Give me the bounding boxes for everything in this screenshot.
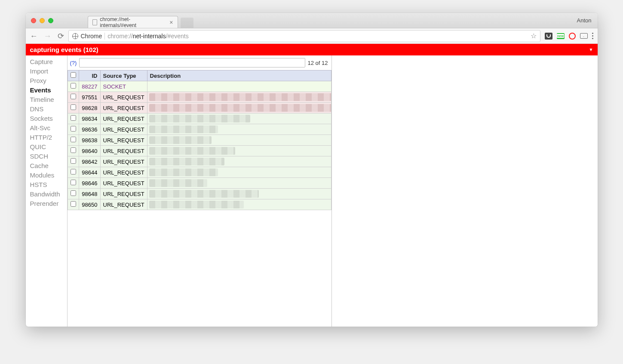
row-checkbox-cell <box>68 92 79 103</box>
maximize-window-button[interactable] <box>48 18 53 23</box>
redacted-description <box>149 115 250 122</box>
row-checkbox[interactable] <box>71 169 76 174</box>
table-row[interactable]: 97551URL_REQUEST <box>68 92 331 103</box>
row-checkbox[interactable] <box>71 201 76 207</box>
site-info-icon[interactable] <box>72 33 78 39</box>
table-row[interactable]: 98642URL_REQUEST <box>68 156 331 167</box>
sidebar-item-alt-svc[interactable]: Alt-Svc <box>30 123 67 133</box>
bookmark-star-icon[interactable]: ☆ <box>531 32 537 40</box>
row-checkbox[interactable] <box>71 104 76 110</box>
back-button[interactable]: ← <box>30 32 38 40</box>
browser-window: chrome://net-internals/#event × Anton ← … <box>26 13 598 327</box>
row-id: 88227 <box>79 81 100 92</box>
mail-extension-icon[interactable] <box>580 33 588 39</box>
sidebar-item-timeline[interactable]: Timeline <box>30 95 67 104</box>
row-source-type: URL_REQUEST <box>100 124 147 135</box>
table-row[interactable]: 98628URL_REQUEST <box>68 103 331 113</box>
filter-help-link[interactable]: (?) <box>70 60 77 66</box>
sidebar-item-events[interactable]: Events <box>30 86 67 95</box>
redacted-description <box>149 168 218 176</box>
row-checkbox-cell <box>68 103 79 113</box>
omnibox[interactable]: Chrome chrome://net-internals/#events ☆ <box>68 30 540 42</box>
sidebar-item-proxy[interactable]: Proxy <box>30 76 67 86</box>
sidebar-item-http-2[interactable]: HTTP/2 <box>30 133 67 142</box>
row-description <box>147 135 331 146</box>
table-row[interactable]: 98650URL_REQUEST <box>68 199 331 210</box>
row-source-type: URL_REQUEST <box>100 113 147 124</box>
sidebar-item-quic[interactable]: QUIC <box>30 142 67 152</box>
row-checkbox-cell <box>68 113 79 124</box>
sidebar-item-capture[interactable]: Capture <box>30 57 67 67</box>
toolbar: ← → ⟳ Chrome chrome://net-internals/#eve… <box>26 28 598 44</box>
row-source-type: URL_REQUEST <box>100 146 147 156</box>
minimize-window-button[interactable] <box>40 18 45 23</box>
capture-banner-dropdown-icon[interactable]: ▼ <box>589 47 593 52</box>
new-tab-button[interactable] <box>181 18 193 28</box>
row-description <box>147 178 331 189</box>
filter-input[interactable] <box>79 58 305 67</box>
row-checkbox-cell <box>68 178 79 189</box>
redacted-description <box>149 190 259 198</box>
browser-tab[interactable]: chrome://net-internals/#event × <box>88 16 178 28</box>
row-id: 98648 <box>79 189 100 199</box>
row-checkbox[interactable] <box>71 94 76 99</box>
row-id: 98642 <box>79 156 100 167</box>
row-checkbox-cell <box>68 199 79 210</box>
redacted-description <box>149 93 331 101</box>
main-area: (?) 12 of 12 ID Source Type Description … <box>67 55 598 327</box>
table-row[interactable]: 98646URL_REQUEST <box>68 178 331 189</box>
header-description[interactable]: Description <box>147 70 331 81</box>
sidebar-item-dns[interactable]: DNS <box>30 104 67 114</box>
pocket-extension-icon[interactable] <box>545 33 552 40</box>
opera-extension-icon[interactable] <box>569 33 576 40</box>
table-row[interactable]: 98638URL_REQUEST <box>68 135 331 146</box>
redacted-description <box>149 147 235 155</box>
sidebar-item-bandwidth[interactable]: Bandwidth <box>30 190 67 199</box>
header-id[interactable]: ID <box>79 70 100 81</box>
sidebar-item-modules[interactable]: Modules <box>30 171 67 180</box>
sidebar-item-prerender[interactable]: Prerender <box>30 199 67 208</box>
row-id: 98644 <box>79 167 100 178</box>
row-checkbox-cell <box>68 156 79 167</box>
sidebar-item-sockets[interactable]: Sockets <box>30 114 67 123</box>
profile-name[interactable]: Anton <box>577 17 594 24</box>
table-row[interactable]: 88227SOCKET <box>68 81 331 92</box>
row-checkbox[interactable] <box>71 126 76 132</box>
row-checkbox[interactable] <box>71 180 76 185</box>
close-window-button[interactable] <box>31 18 36 23</box>
select-all-checkbox[interactable] <box>71 72 76 78</box>
reload-button[interactable]: ⟳ <box>58 32 64 40</box>
row-checkbox[interactable] <box>71 115 76 121</box>
sidebar-item-import[interactable]: Import <box>30 67 67 76</box>
sidebar-item-hsts[interactable]: HSTS <box>30 180 67 190</box>
url-dim1: chrome:// <box>107 33 132 40</box>
chrome-menu-icon[interactable] <box>592 33 593 39</box>
redacted-description <box>149 158 224 165</box>
nav-buttons: ← → ⟳ <box>30 32 64 40</box>
sidebar-item-sdch[interactable]: SDCH <box>30 152 67 161</box>
table-row[interactable]: 98644URL_REQUEST <box>68 167 331 178</box>
row-checkbox[interactable] <box>71 137 76 142</box>
filter-count: 12 of 12 <box>308 60 329 66</box>
table-row[interactable]: 98648URL_REQUEST <box>68 189 331 199</box>
row-checkbox[interactable] <box>71 190 76 196</box>
sidebar: CaptureImportProxyEventsTimelineDNSSocke… <box>26 55 67 327</box>
header-source-type[interactable]: Source Type <box>100 70 147 81</box>
row-checkbox-cell <box>68 124 79 135</box>
row-source-type: URL_REQUEST <box>100 156 147 167</box>
row-description <box>147 199 331 210</box>
table-row[interactable]: 98636URL_REQUEST <box>68 124 331 135</box>
tab-title: chrome://net-internals/#event <box>100 16 165 28</box>
forward-button[interactable]: → <box>44 32 52 40</box>
extension-icon-green[interactable]: new <box>557 33 565 39</box>
capture-banner[interactable]: capturing events (102) ▼ <box>26 44 598 55</box>
row-checkbox[interactable] <box>71 158 76 164</box>
tab-close-icon[interactable]: × <box>169 19 173 26</box>
row-checkbox[interactable] <box>71 147 76 153</box>
row-checkbox[interactable] <box>71 83 76 89</box>
sidebar-item-cache[interactable]: Cache <box>30 161 67 171</box>
table-row[interactable]: 98640URL_REQUEST <box>68 146 331 156</box>
table-row[interactable]: 98634URL_REQUEST <box>68 113 331 124</box>
row-description <box>147 81 331 92</box>
row-checkbox-cell <box>68 189 79 199</box>
